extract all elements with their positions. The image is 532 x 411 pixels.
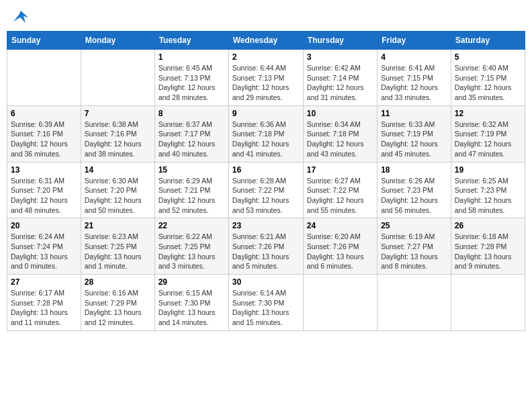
day-cell: 23Sunrise: 6:21 AMSunset: 7:26 PMDayligh… xyxy=(228,218,303,275)
day-info: Sunrise: 6:19 AMSunset: 7:27 PMDaylight:… xyxy=(381,232,447,271)
day-number: 5 xyxy=(455,52,521,62)
day-number: 24 xyxy=(307,221,373,230)
day-cell: 15Sunrise: 6:29 AMSunset: 7:21 PMDayligh… xyxy=(154,162,228,218)
day-number: 26 xyxy=(455,221,521,230)
day-number: 7 xyxy=(85,109,151,118)
day-cell: 30Sunrise: 6:14 AMSunset: 7:30 PMDayligh… xyxy=(228,275,303,331)
day-info: Sunrise: 6:20 AMSunset: 7:26 PMDaylight:… xyxy=(307,232,373,271)
day-cell: 6Sunrise: 6:39 AMSunset: 7:16 PMDaylight… xyxy=(7,105,81,162)
day-info: Sunrise: 6:34 AMSunset: 7:18 PMDaylight:… xyxy=(307,120,373,159)
day-number: 16 xyxy=(232,165,300,175)
day-info: Sunrise: 6:22 AMSunset: 7:25 PMDaylight:… xyxy=(159,232,225,271)
day-info: Sunrise: 6:36 AMSunset: 7:18 PMDaylight:… xyxy=(232,120,300,159)
day-info: Sunrise: 6:31 AMSunset: 7:20 PMDaylight:… xyxy=(11,176,77,216)
day-cell: 14Sunrise: 6:30 AMSunset: 7:20 PMDayligh… xyxy=(81,162,154,218)
day-info: Sunrise: 6:38 AMSunset: 7:16 PMDaylight:… xyxy=(85,120,151,159)
day-number: 27 xyxy=(11,277,77,287)
day-number: 25 xyxy=(381,221,447,230)
day-number: 18 xyxy=(381,165,447,175)
day-info: Sunrise: 6:21 AMSunset: 7:26 PMDaylight:… xyxy=(232,232,300,271)
day-number: 22 xyxy=(159,221,225,230)
day-info: Sunrise: 6:26 AMSunset: 7:23 PMDaylight:… xyxy=(381,176,447,216)
day-cell xyxy=(303,275,377,331)
day-number: 1 xyxy=(159,52,225,62)
day-cell xyxy=(451,275,525,331)
day-cell: 22Sunrise: 6:22 AMSunset: 7:25 PMDayligh… xyxy=(154,218,228,275)
day-cell: 2Sunrise: 6:44 AMSunset: 7:13 PMDaylight… xyxy=(228,50,303,106)
day-cell: 25Sunrise: 6:19 AMSunset: 7:27 PMDayligh… xyxy=(378,218,451,275)
day-cell xyxy=(7,50,81,106)
day-number: 30 xyxy=(232,277,300,287)
day-info: Sunrise: 6:40 AMSunset: 7:15 PMDaylight:… xyxy=(455,63,521,103)
day-cell: 20Sunrise: 6:24 AMSunset: 7:24 PMDayligh… xyxy=(7,218,81,275)
day-cell: 7Sunrise: 6:38 AMSunset: 7:16 PMDaylight… xyxy=(81,105,154,162)
day-number: 12 xyxy=(455,109,521,118)
day-info: Sunrise: 6:37 AMSunset: 7:17 PMDaylight:… xyxy=(159,120,225,159)
day-info: Sunrise: 6:44 AMSunset: 7:13 PMDaylight:… xyxy=(232,63,300,103)
day-number: 17 xyxy=(307,165,373,175)
day-cell: 17Sunrise: 6:27 AMSunset: 7:22 PMDayligh… xyxy=(303,162,377,218)
day-cell: 19Sunrise: 6:25 AMSunset: 7:23 PMDayligh… xyxy=(451,162,525,218)
day-info: Sunrise: 6:32 AMSunset: 7:19 PMDaylight:… xyxy=(455,120,521,159)
day-cell: 28Sunrise: 6:16 AMSunset: 7:29 PMDayligh… xyxy=(81,275,154,331)
day-cell: 3Sunrise: 6:42 AMSunset: 7:14 PMDaylight… xyxy=(303,50,377,106)
day-number: 21 xyxy=(85,221,151,230)
day-info: Sunrise: 6:25 AMSunset: 7:23 PMDaylight:… xyxy=(455,176,521,216)
weekday-header-row: SundayMondayTuesdayWednesdayThursdayFrid… xyxy=(7,32,525,50)
week-row-3: 13Sunrise: 6:31 AMSunset: 7:20 PMDayligh… xyxy=(7,162,525,218)
day-cell: 24Sunrise: 6:20 AMSunset: 7:26 PMDayligh… xyxy=(303,218,377,275)
week-row-2: 6Sunrise: 6:39 AMSunset: 7:16 PMDaylight… xyxy=(7,105,525,162)
day-info: Sunrise: 6:24 AMSunset: 7:24 PMDaylight:… xyxy=(11,232,77,271)
header xyxy=(7,7,525,26)
day-number: 28 xyxy=(85,277,151,287)
weekday-header-thursday: Thursday xyxy=(303,32,377,50)
week-row-4: 20Sunrise: 6:24 AMSunset: 7:24 PMDayligh… xyxy=(7,218,525,275)
day-info: Sunrise: 6:27 AMSunset: 7:22 PMDaylight:… xyxy=(307,176,373,216)
day-cell: 29Sunrise: 6:15 AMSunset: 7:30 PMDayligh… xyxy=(154,275,228,331)
svg-marker-0 xyxy=(13,11,28,23)
day-info: Sunrise: 6:15 AMSunset: 7:30 PMDaylight:… xyxy=(159,288,225,328)
day-cell: 4Sunrise: 6:41 AMSunset: 7:15 PMDaylight… xyxy=(378,50,451,106)
day-number: 2 xyxy=(232,52,300,62)
day-cell: 16Sunrise: 6:28 AMSunset: 7:22 PMDayligh… xyxy=(228,162,303,218)
day-number: 11 xyxy=(381,109,447,118)
day-number: 29 xyxy=(159,277,225,287)
logo-icon xyxy=(13,9,28,23)
day-number: 8 xyxy=(159,109,225,118)
day-number: 9 xyxy=(232,109,300,118)
day-cell: 26Sunrise: 6:18 AMSunset: 7:28 PMDayligh… xyxy=(451,218,525,275)
day-number: 6 xyxy=(11,109,77,118)
day-cell: 27Sunrise: 6:17 AMSunset: 7:28 PMDayligh… xyxy=(7,275,81,331)
day-number: 3 xyxy=(307,52,373,62)
day-info: Sunrise: 6:28 AMSunset: 7:22 PMDaylight:… xyxy=(232,176,300,216)
day-cell: 10Sunrise: 6:34 AMSunset: 7:18 PMDayligh… xyxy=(303,105,377,162)
day-info: Sunrise: 6:42 AMSunset: 7:14 PMDaylight:… xyxy=(307,63,373,103)
day-info: Sunrise: 6:14 AMSunset: 7:30 PMDaylight:… xyxy=(232,288,300,328)
day-info: Sunrise: 6:45 AMSunset: 7:13 PMDaylight:… xyxy=(159,63,225,103)
day-info: Sunrise: 6:18 AMSunset: 7:28 PMDaylight:… xyxy=(455,232,521,271)
day-number: 13 xyxy=(11,165,77,175)
day-number: 15 xyxy=(159,165,225,175)
day-cell: 21Sunrise: 6:23 AMSunset: 7:25 PMDayligh… xyxy=(81,218,154,275)
day-number: 19 xyxy=(455,165,521,175)
day-info: Sunrise: 6:39 AMSunset: 7:16 PMDaylight:… xyxy=(11,120,77,159)
day-info: Sunrise: 6:23 AMSunset: 7:25 PMDaylight:… xyxy=(85,232,151,271)
weekday-header-saturday: Saturday xyxy=(451,32,525,50)
week-row-5: 27Sunrise: 6:17 AMSunset: 7:28 PMDayligh… xyxy=(7,275,525,331)
day-info: Sunrise: 6:16 AMSunset: 7:29 PMDaylight:… xyxy=(85,288,151,328)
weekday-header-friday: Friday xyxy=(378,32,451,50)
day-number: 20 xyxy=(11,221,77,230)
day-cell: 9Sunrise: 6:36 AMSunset: 7:18 PMDaylight… xyxy=(228,105,303,162)
calendar-table: SundayMondayTuesdayWednesdayThursdayFrid… xyxy=(7,31,525,331)
day-cell: 12Sunrise: 6:32 AMSunset: 7:19 PMDayligh… xyxy=(451,105,525,162)
day-number: 4 xyxy=(381,52,447,62)
day-number: 23 xyxy=(232,221,300,230)
day-info: Sunrise: 6:30 AMSunset: 7:20 PMDaylight:… xyxy=(85,176,151,216)
day-cell: 1Sunrise: 6:45 AMSunset: 7:13 PMDaylight… xyxy=(154,50,228,106)
day-cell xyxy=(378,275,451,331)
day-info: Sunrise: 6:41 AMSunset: 7:15 PMDaylight:… xyxy=(381,63,447,103)
day-info: Sunrise: 6:17 AMSunset: 7:28 PMDaylight:… xyxy=(11,288,77,328)
day-number: 14 xyxy=(85,165,151,175)
day-cell: 13Sunrise: 6:31 AMSunset: 7:20 PMDayligh… xyxy=(7,162,81,218)
day-cell: 5Sunrise: 6:40 AMSunset: 7:15 PMDaylight… xyxy=(451,50,525,106)
